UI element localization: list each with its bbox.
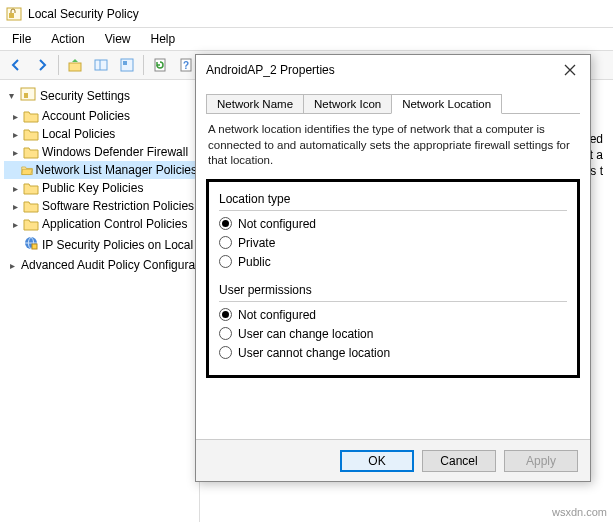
radio-label: User can change location [238,327,373,341]
svg-rect-3 [95,60,107,70]
radio-icon [219,217,232,230]
toolbar-separator [58,55,59,75]
group-user-permissions: User permissions [219,283,567,297]
up-button[interactable] [63,53,87,77]
radio-perm-cannot-change[interactable]: User cannot change location [219,346,567,360]
tree-item-software-restriction[interactable]: ▸ Software Restriction Policies [4,197,199,215]
tree-item-label: Software Restriction Policies [42,199,194,213]
folder-icon [23,217,39,231]
folder-icon [23,181,39,195]
tab-network-icon[interactable]: Network Icon [303,94,392,113]
cancel-button[interactable]: Cancel [422,450,496,472]
properties-dialog: AndroidAP_2 Properties Network Name Netw… [195,54,591,482]
tree-root-label: Security Settings [40,89,130,103]
tree-item-ipsec[interactable]: IP Security Policies on Local [4,233,199,256]
folder-icon [23,145,39,159]
refresh-button[interactable] [148,53,172,77]
tree-item-label: Local Policies [42,127,115,141]
ipsec-icon [23,235,39,254]
tree-item-label: Advanced Audit Policy Configuration [21,258,200,272]
folder-icon [23,199,39,213]
folder-icon [23,109,39,123]
dialog-button-row: OK Cancel Apply [196,439,590,481]
tab-description: A network location identifies the type o… [208,122,578,169]
menu-file[interactable]: File [4,30,39,48]
expand-icon[interactable]: ▸ [10,183,20,194]
tree-item-local-policies[interactable]: ▸ Local Policies [4,125,199,143]
svg-rect-2 [69,63,81,71]
svg-rect-11 [24,93,28,98]
watermark: wsxdn.com [552,506,607,518]
radio-icon [219,255,232,268]
tree-root[interactable]: ▾ Security Settings [4,84,199,107]
expand-icon[interactable]: ▸ [10,219,20,230]
radio-icon [219,327,232,340]
radio-perm-not-configured[interactable]: Not configured [219,308,567,322]
tree-item-label: Public Key Policies [42,181,143,195]
radio-icon [219,308,232,321]
apply-button: Apply [504,450,578,472]
tree-item-label: Application Control Policies [42,217,187,231]
navigation-tree[interactable]: ▾ Security Settings ▸ Account Policies ▸… [0,80,200,522]
forward-button[interactable] [30,53,54,77]
security-root-icon [20,86,36,105]
tree-item-network-list[interactable]: Network List Manager Policies [4,161,199,179]
svg-rect-13 [32,244,37,249]
radio-label: Public [238,255,271,269]
menu-bar: File Action View Help [0,28,613,50]
expand-icon[interactable]: ▸ [10,201,20,212]
tree-item-audit[interactable]: ▸ Advanced Audit Policy Configuration [4,256,199,274]
radio-icon [219,236,232,249]
svg-text:?: ? [183,60,189,71]
radio-not-configured[interactable]: Not configured [219,217,567,231]
menu-view[interactable]: View [97,30,139,48]
radio-label: Not configured [238,217,316,231]
svg-rect-6 [123,61,127,65]
radio-label: Private [238,236,275,250]
expand-icon[interactable]: ▸ [10,260,15,271]
expand-icon[interactable]: ▸ [10,129,20,140]
close-icon [564,64,576,76]
tab-network-location[interactable]: Network Location [391,94,502,114]
tree-item-label: Account Policies [42,109,130,123]
radio-label: User cannot change location [238,346,390,360]
tree-item-public-key[interactable]: ▸ Public Key Policies [4,179,199,197]
group-separator [219,301,567,302]
radio-label: Not configured [238,308,316,322]
toolbar-separator [143,55,144,75]
expand-icon[interactable]: ▸ [10,111,20,122]
svg-rect-1 [9,13,14,18]
folder-icon [23,127,39,141]
app-icon [6,6,22,22]
back-button[interactable] [4,53,28,77]
group-location-type: Location type [219,192,567,206]
window-titlebar: Local Security Policy [0,0,613,28]
close-button[interactable] [556,59,584,81]
menu-action[interactable]: Action [43,30,92,48]
radio-private[interactable]: Private [219,236,567,250]
tab-strip: Network Name Network Icon Network Locati… [206,91,580,114]
tab-network-name[interactable]: Network Name [206,94,304,113]
show-hide-tree-button[interactable] [89,53,113,77]
radio-perm-can-change[interactable]: User can change location [219,327,567,341]
window-title: Local Security Policy [28,7,139,21]
radio-icon [219,346,232,359]
menu-help[interactable]: Help [143,30,184,48]
export-button[interactable] [115,53,139,77]
tree-item-label: IP Security Policies on Local [42,238,193,252]
expand-icon[interactable]: ▸ [10,147,20,158]
dialog-titlebar[interactable]: AndroidAP_2 Properties [196,55,590,85]
radio-public[interactable]: Public [219,255,567,269]
highlighted-settings: Location type Not configured Private Pub… [206,179,580,378]
group-separator [219,210,567,211]
folder-open-icon [21,163,33,177]
tree-item-label: Windows Defender Firewall [42,145,188,159]
tree-item-app-control[interactable]: ▸ Application Control Policies [4,215,199,233]
tree-item-firewall[interactable]: ▸ Windows Defender Firewall [4,143,199,161]
tree-item-account-policies[interactable]: ▸ Account Policies [4,107,199,125]
dialog-title: AndroidAP_2 Properties [206,63,335,77]
collapse-icon[interactable]: ▾ [6,90,16,101]
ok-button[interactable]: OK [340,450,414,472]
tree-item-label: Network List Manager Policies [36,163,197,177]
